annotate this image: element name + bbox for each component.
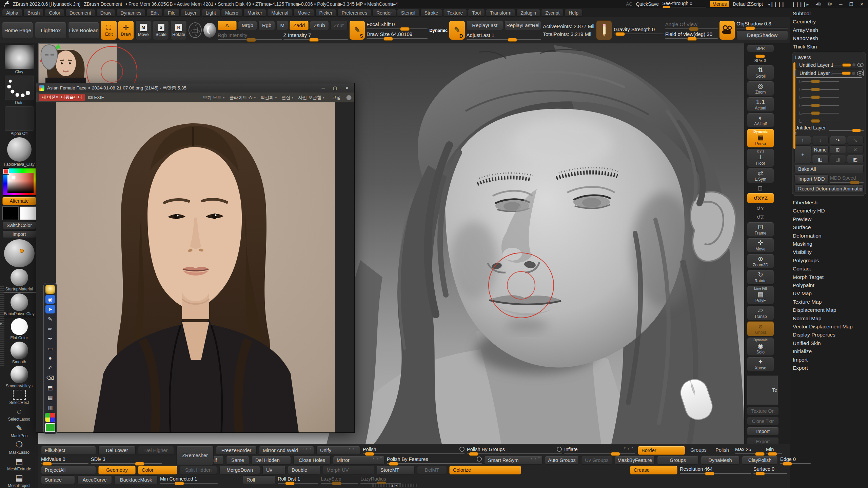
pin-button[interactable]: 고정 xyxy=(330,95,343,101)
obj-shadow-slider[interactable]: ObjShadow 0.3 xyxy=(736,21,788,28)
scale-button[interactable]: SScale xyxy=(153,20,169,40)
pen-icon[interactable]: ✎ xyxy=(45,314,55,323)
menu-item[interactable]: Texture xyxy=(443,9,467,17)
gravity-strength-slider[interactable]: Gravity Strength 0 xyxy=(614,26,664,34)
palette-section[interactable]: Vector Displacement Map xyxy=(793,323,866,331)
undo-icon[interactable]: ↶ xyxy=(45,364,55,372)
flat-color-material-item[interactable]: Flat Color xyxy=(2,318,37,340)
layer-row[interactable]: Layer xyxy=(794,117,864,125)
layer-split-button[interactable]: ◨ xyxy=(830,155,846,163)
merge-down-button[interactable]: MergeDown xyxy=(219,466,260,474)
lightbox-button[interactable]: LightBox xyxy=(35,22,66,38)
spix-slider[interactable]: SPix 3 xyxy=(747,53,773,64)
resolution-slider[interactable]: Resolution 464 xyxy=(680,466,751,474)
palette-icon[interactable] xyxy=(45,413,55,422)
menu-item[interactable]: Dynamics xyxy=(116,9,145,17)
polish-by-groups-slider[interactable]: Polish By Groups xyxy=(467,446,562,454)
bake-all-button[interactable]: Bake All xyxy=(794,165,864,173)
quicksave-button[interactable]: QuickSave xyxy=(636,1,659,7)
menu-item[interactable]: Zscript xyxy=(541,9,564,17)
record-dot-icon[interactable] xyxy=(852,63,855,66)
menu-item[interactable]: Brush xyxy=(23,9,44,17)
panels-right-icon[interactable]: ⧉▸ xyxy=(826,1,834,7)
layer-row[interactable]: Untitled Layer 1 xyxy=(794,69,864,77)
layer-intensity-slider[interactable] xyxy=(802,89,839,90)
layer-intensity-slider[interactable] xyxy=(832,73,851,74)
polish-features-mode-dot[interactable] xyxy=(477,456,482,462)
menu-item[interactable]: File xyxy=(164,9,180,17)
mirror-button[interactable]: Mirrorx y z xyxy=(333,456,384,465)
menu-item[interactable]: Stencil xyxy=(397,9,419,17)
inflate-slider[interactable]: Inflatex y z xyxy=(564,446,635,454)
same-button[interactable]: Same xyxy=(226,456,249,465)
record-dot-icon[interactable] xyxy=(852,72,855,75)
palette-section[interactable]: Normal Map xyxy=(793,314,866,323)
mirror-and-weld-button[interactable]: Mirror And Weldx y z xyxy=(259,446,314,455)
viewer-menu[interactable]: 편집▾ xyxy=(279,95,295,101)
record-deformation-button[interactable]: Record Deformation Animation xyxy=(794,184,864,193)
close-button[interactable]: ✕ xyxy=(858,2,865,7)
marker-icon[interactable]: ✒ xyxy=(45,334,55,343)
rotate-y-button[interactable]: ↺Y xyxy=(747,204,773,212)
rgb-intensity-slider[interactable]: Rgb Intensity xyxy=(218,32,282,40)
startup-material-item[interactable]: StartupMaterial xyxy=(2,269,37,291)
bpr-button[interactable]: BPR xyxy=(747,45,774,52)
sdiv-slider[interactable]: SDiv 3 xyxy=(91,456,162,464)
menu-item[interactable]: Edit xyxy=(146,9,163,17)
ghost-button[interactable]: ⌀ Ghost xyxy=(747,321,774,336)
menu-item[interactable]: Draw xyxy=(96,9,116,17)
viewer-menu[interactable]: 슬라이드 쇼▾ xyxy=(228,95,258,101)
divider-drag-handle[interactable]: ▲▼ xyxy=(372,484,417,487)
polish-by-features-slider[interactable]: Polish By Features xyxy=(387,456,482,464)
layer-row[interactable]: Layer xyxy=(794,94,864,101)
colorize-button[interactable]: Colorize xyxy=(449,466,521,474)
surface-button[interactable]: Surface xyxy=(41,475,75,484)
default-zscript-button[interactable]: DefaultZScript xyxy=(733,1,763,7)
aahalf-button[interactable]: ◐ AAHalf xyxy=(747,113,774,128)
adjust-last-slider[interactable]: AdjustLast 1 xyxy=(467,32,541,40)
eraser-icon[interactable]: ▭ xyxy=(45,344,55,353)
menu-item[interactable]: Zplugin xyxy=(516,9,540,17)
menu-item[interactable]: Stroke xyxy=(420,9,442,17)
timeline-scrub-right-icon[interactable]: ❙❙❙❙▸ xyxy=(790,2,810,7)
border-button[interactable]: Border xyxy=(638,446,685,455)
cursor-icon[interactable]: ➤ xyxy=(45,305,55,313)
fill-object-button[interactable]: FillObject xyxy=(41,446,96,455)
m-button[interactable]: M xyxy=(276,21,288,30)
polish-mode-dot[interactable] xyxy=(459,447,465,452)
viewer-close-button[interactable]: ✕ xyxy=(342,85,352,90)
menus-button[interactable]: Menus xyxy=(710,1,729,7)
layer-down-button[interactable]: ↓ xyxy=(812,136,829,144)
lock-camera-button[interactable]: ◫ xyxy=(747,184,773,192)
draw-size-slider[interactable]: Draw Size 64.88109 xyxy=(367,31,428,39)
viewer-menu[interactable]: 사진 보관함▾ xyxy=(296,95,327,101)
camera-icon[interactable] xyxy=(719,21,735,40)
material-preview-icon[interactable] xyxy=(203,23,216,38)
palette-section[interactable]: Display Properties xyxy=(793,331,866,339)
polyframe-button[interactable]: Line Fill ▤ PolyF xyxy=(747,286,774,304)
palette-section[interactable]: Polygroups xyxy=(793,257,866,265)
import-mdd-button[interactable]: Import MDD xyxy=(794,175,829,183)
layer-new-button[interactable]: + xyxy=(794,145,811,163)
alpha-channel-badge[interactable]: A xyxy=(218,21,237,30)
layer-redo-button[interactable]: ↷ xyxy=(830,136,846,144)
palette-section[interactable]: Masking xyxy=(793,240,866,248)
surface-slider[interactable]: Surface 0 xyxy=(753,466,787,474)
palette-section[interactable]: UV Map xyxy=(793,289,866,298)
layer-delete-button[interactable]: ✕ xyxy=(847,145,864,154)
z-intensity-slider[interactable]: Z Intensity 7 xyxy=(283,32,348,40)
layer-up-button[interactable]: ↑ xyxy=(794,136,811,144)
layer-intensity-slider[interactable] xyxy=(802,97,839,98)
layer-row[interactable]: Layer xyxy=(794,109,864,117)
zoom-button[interactable]: ◎ Zoom xyxy=(747,81,774,96)
layer-row[interactable]: Layer xyxy=(794,101,864,109)
del-lower-button[interactable]: Del Lower xyxy=(98,446,136,455)
select-rect-tool[interactable]: SelectRect xyxy=(2,390,37,405)
min-connected-slider[interactable]: Min Connected 1 xyxy=(160,475,218,484)
current-material-ball[interactable] xyxy=(4,239,35,267)
palette-section[interactable]: Texture Map xyxy=(793,298,866,306)
material-picker[interactable]: FabioPaiva_Clay xyxy=(2,137,37,167)
mrgb-button[interactable]: Mrgb xyxy=(238,21,257,30)
frame-button[interactable]: ⊡ Frame xyxy=(747,222,774,237)
smooth-material-item[interactable]: Smooth xyxy=(2,342,37,364)
